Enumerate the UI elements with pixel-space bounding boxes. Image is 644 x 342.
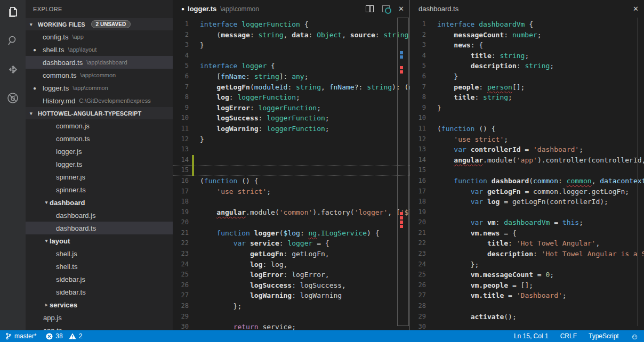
code-line-5[interactable]: 5 description: string; <box>410 61 644 71</box>
code-line-17[interactable]: 17 'use strict'; <box>173 186 409 197</box>
code-line-29[interactable]: 29 <box>173 312 409 322</box>
code-line-27[interactable]: 27 vm.title = 'Dashboard'; <box>410 290 644 301</box>
tree-item[interactable]: spinner.js <box>26 170 173 183</box>
editor-1-code[interactable]: 1interface loggerFunction {2 (message: s… <box>173 18 409 330</box>
tree-item[interactable]: logger.js <box>26 145 173 158</box>
tree-item[interactable]: common.js <box>26 119 173 132</box>
editor-1-title[interactable]: logger.ts <box>188 5 216 13</box>
code-line-17[interactable]: 17 var getLogFn = common.logger.getLogFn… <box>410 186 644 197</box>
code-line-11[interactable]: 11 logWarning: loggerFunction; <box>173 124 409 134</box>
code-line-13[interactable]: 13 <box>173 144 409 155</box>
working-file-item[interactable]: config.ts\app <box>26 30 173 43</box>
code-line-13[interactable]: 13 var controllerId = 'dashboard'; <box>410 144 644 155</box>
open-preview-icon[interactable] <box>382 5 390 12</box>
code-line-2[interactable]: 2 (message: string, data: Object, source… <box>173 30 409 40</box>
working-file-item[interactable]: ●shell.ts\app\layout <box>26 43 173 56</box>
code-line-18[interactable]: 18 <box>173 197 409 207</box>
folder-header[interactable]: ▾ HOTTOWEL-ANGULAR-TYPESCRIPT <box>26 107 173 119</box>
code-line-24[interactable]: 24 log: log, <box>173 259 409 270</box>
tree-item[interactable]: dashboard.js <box>26 209 173 222</box>
code-line-26[interactable]: 26 logSuccess: logSuccess, <box>173 280 409 291</box>
git-tab[interactable] <box>5 63 20 78</box>
close-icon[interactable]: ✕ <box>398 5 404 13</box>
search-tab[interactable] <box>5 34 20 49</box>
code-line-20[interactable]: 20 var vm: dashboardVm = this; <box>410 217 644 228</box>
working-file-item[interactable]: ●logger.ts\app\common <box>26 82 173 94</box>
tree-item[interactable]: spinner.ts <box>26 183 173 196</box>
code-line-16[interactable]: 16(function () { <box>173 176 409 186</box>
tree-item[interactable]: dashboard.ts <box>26 222 173 234</box>
code-line-28[interactable]: 28 <box>410 301 644 312</box>
working-file-item[interactable]: History.mdC:\GitDevelopment\express <box>26 94 173 107</box>
close-icon[interactable]: ✕ <box>633 5 639 13</box>
code-line-4[interactable]: 4 <box>173 51 409 61</box>
code-line-14[interactable]: 14 angular.module('app').controller(cont… <box>410 155 644 166</box>
tree-item[interactable]: shell.ts <box>26 260 173 273</box>
code-line-25[interactable]: 25 logError: logError, <box>173 270 409 280</box>
tree-item[interactable]: app.js <box>26 311 173 324</box>
code-line-19[interactable]: 19 angular.module('common').factory('log… <box>173 207 409 218</box>
tree-item[interactable]: common.ts <box>26 132 173 145</box>
code-line-9[interactable]: 9} <box>410 103 644 113</box>
code-line-1[interactable]: 1interface dashboardVm { <box>410 19 644 30</box>
code-line-15[interactable]: 15 <box>410 165 644 176</box>
code-line-6[interactable]: 6 } <box>410 71 644 82</box>
git-branch-status[interactable]: master* <box>5 332 36 340</box>
code-line-1[interactable]: 1interface loggerFunction { <box>173 19 409 30</box>
code-line-23[interactable]: 23 getLogFn: getLogFn, <box>173 249 409 259</box>
tree-item[interactable]: ▹services <box>26 298 173 311</box>
split-editor-icon[interactable] <box>366 5 374 12</box>
code-line-7[interactable]: 7 people: person[]; <box>410 82 644 93</box>
code-line-23[interactable]: 23 description: 'Hot Towel Angular is a … <box>410 249 644 259</box>
language-mode[interactable]: TypeScript <box>589 332 619 340</box>
code-line-3[interactable]: 3 news: { <box>410 40 644 51</box>
code-line-8[interactable]: 8 log: loggerFunction; <box>173 92 409 103</box>
code-line-14[interactable]: 14 <box>173 155 409 166</box>
code-line-26[interactable]: 26 vm.people = []; <box>410 280 644 291</box>
code-line-30[interactable]: 30 return service; <box>173 322 409 330</box>
eol-indicator[interactable]: CRLF <box>560 332 577 340</box>
problems-status[interactable]: 38 2 <box>46 332 82 340</box>
code-line-7[interactable]: 7 getLogFn(moduleId: string, fnName?: st… <box>173 82 409 93</box>
cursor-position[interactable]: Ln 15, Col 1 <box>514 332 549 340</box>
editor-2-code[interactable]: 1interface dashboardVm {2 messageCount: … <box>410 18 644 330</box>
code-line-2[interactable]: 2 messageCount: number; <box>410 30 644 40</box>
editor-2-title[interactable]: dashboard.ts <box>418 5 458 13</box>
working-file-item[interactable]: common.ts\app\common <box>26 69 173 82</box>
code-line-30[interactable]: 30 <box>410 322 644 330</box>
code-line-24[interactable]: 24 }; <box>410 259 644 270</box>
code-line-6[interactable]: 6 [fnName: string]: any; <box>173 71 409 82</box>
explorer-tab[interactable] <box>5 5 20 20</box>
working-files-header[interactable]: ▾ WORKING FILES 2 UNSAVED <box>26 18 173 30</box>
code-line-10[interactable]: 10 <box>410 113 644 124</box>
code-line-3[interactable]: 3} <box>173 40 409 51</box>
code-line-27[interactable]: 27 logWarning: logWarning <box>173 290 409 301</box>
tree-item[interactable]: logger.ts <box>26 158 173 170</box>
code-line-28[interactable]: 28 }; <box>173 301 409 312</box>
code-line-11[interactable]: 11(function () { <box>410 124 644 134</box>
tree-item[interactable]: sidebar.ts <box>26 286 173 298</box>
code-line-15[interactable]: 15 <box>173 165 409 176</box>
code-line-21[interactable]: 21 function logger($log: ng.ILogService)… <box>173 228 409 239</box>
working-file-item[interactable]: dashboard.ts\app\dashboard <box>26 56 173 69</box>
code-line-20[interactable]: 20 <box>173 217 409 228</box>
feedback-smiley-icon[interactable]: ☺ <box>631 332 639 341</box>
code-line-19[interactable]: 19 <box>410 207 644 218</box>
code-line-8[interactable]: 8 title: string; <box>410 92 644 103</box>
scrollbar-slider[interactable] <box>397 18 409 326</box>
code-line-22[interactable]: 22 title: 'Hot Towel Angular', <box>410 238 644 249</box>
code-line-29[interactable]: 29 activate(); <box>410 312 644 322</box>
code-line-12[interactable]: 12} <box>173 134 409 145</box>
code-line-12[interactable]: 12 'use strict'; <box>410 134 644 145</box>
editor-1-overview-ruler[interactable] <box>397 18 409 330</box>
tree-item[interactable]: ▾layout <box>26 234 173 247</box>
code-line-21[interactable]: 21 vm.news = { <box>410 228 644 239</box>
tree-item[interactable]: ▾dashboard <box>26 196 173 209</box>
tree-item[interactable]: sidebar.js <box>26 273 173 286</box>
code-line-25[interactable]: 25 vm.messageCount = 0; <box>410 270 644 280</box>
code-line-10[interactable]: 10 logSuccess: loggerFunction; <box>173 113 409 124</box>
code-line-18[interactable]: 18 var log = getLogFn(controllerId); <box>410 197 644 207</box>
code-line-5[interactable]: 5interface logger { <box>173 61 409 71</box>
code-line-16[interactable]: 16 function dashboard(common: common, da… <box>410 176 644 186</box>
tree-item[interactable]: shell.js <box>26 247 173 260</box>
